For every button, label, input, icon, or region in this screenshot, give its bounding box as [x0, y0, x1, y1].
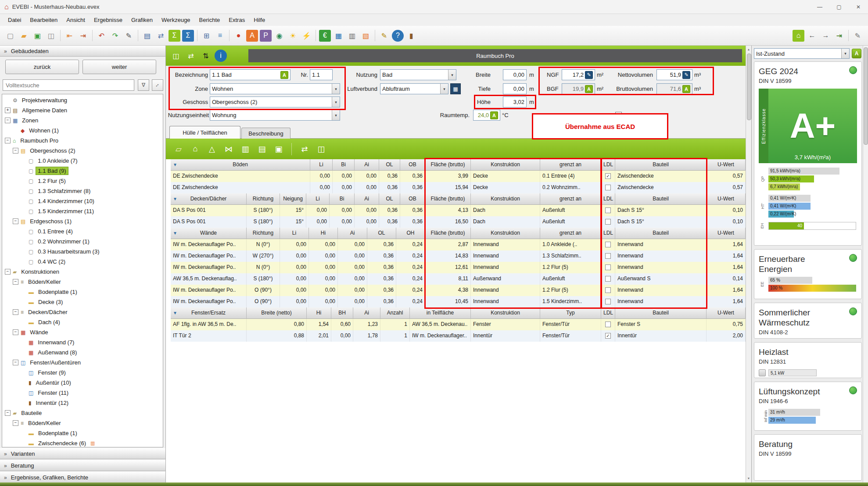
- collapse-icon[interactable]: −: [13, 309, 18, 315]
- search-input[interactable]: [3, 79, 134, 91]
- column-header[interactable]: BH: [331, 307, 353, 319]
- tab-huelle-teilflaechen[interactable]: Hülle / Teilflächen: [169, 126, 240, 139]
- tree-item[interactable]: ▢1.1 Bad (9): [2, 166, 163, 176]
- cell[interactable]: DE Zwischendecke: [171, 171, 310, 182]
- column-header[interactable]: OL: [367, 228, 396, 239]
- cell[interactable]: 0,00: [355, 216, 379, 228]
- section-collapse-icon[interactable]: ▼: [173, 307, 177, 318]
- new-file-icon[interactable]: ▢: [4, 30, 16, 42]
- cell[interactable]: N (0°): [247, 262, 280, 273]
- menu-item-extras[interactable]: Extras: [224, 17, 249, 23]
- cell[interactable]: 0,36: [379, 171, 400, 182]
- scrollbar-thumb[interactable]: [747, 54, 751, 120]
- cell[interactable]: 2,01: [307, 330, 331, 342]
- table-icon[interactable]: ▥: [346, 30, 358, 42]
- cell[interactable]: Innenwand: [471, 296, 540, 307]
- cell[interactable]: 0,57: [707, 182, 746, 193]
- cell[interactable]: 0,36: [367, 296, 396, 307]
- column-header[interactable]: Li: [310, 159, 333, 171]
- cell[interactable]: Innenwand: [471, 285, 540, 296]
- cell[interactable]: 1,78: [353, 330, 380, 342]
- column-header[interactable]: Anzahl: [380, 307, 410, 319]
- auto-badge-icon[interactable]: A: [682, 85, 690, 93]
- column-header[interactable]: OH: [396, 228, 425, 239]
- help-icon[interactable]: ?: [392, 30, 404, 42]
- tree-item[interactable]: −▦Zonen: [2, 115, 163, 125]
- cell[interactable]: 15°: [280, 216, 306, 228]
- filter-button[interactable]: ∇: [138, 79, 149, 91]
- column-header[interactable]: OB: [400, 193, 425, 205]
- tiefe-input[interactable]: 0,00: [503, 83, 527, 94]
- cell[interactable]: 0,24: [396, 262, 425, 273]
- table-row[interactable]: IT Tür 20,882,010,001,781IW m. Deckenauf…: [171, 330, 746, 342]
- panel-scrollbar[interactable]: [863, 46, 868, 482]
- cell[interactable]: 0,10: [707, 216, 746, 228]
- door-icon[interactable]: ▮: [405, 30, 417, 42]
- panel-ergebnisse[interactable]: » Ergebnisse, Grafiken, Berichte: [0, 472, 165, 483]
- globe-icon[interactable]: ◉: [273, 30, 285, 42]
- cell[interactable]: IW m. Deckenauflager Po..: [171, 285, 247, 296]
- ldl-checkbox[interactable]: [605, 276, 611, 282]
- menu-item-werkzeuge[interactable]: Werkzeuge: [157, 17, 195, 23]
- column-header[interactable]: Typ: [540, 307, 601, 319]
- cell[interactable]: IW m. Deckenauflager Po..: [171, 239, 247, 250]
- panel-beratung[interactable]: » Beratung: [0, 460, 165, 471]
- close-button[interactable]: ✕: [849, 0, 868, 14]
- menu-item-bearbeiten[interactable]: Bearbeiten: [25, 17, 62, 23]
- cell[interactable]: Außenwand S: [615, 273, 707, 285]
- column-header[interactable]: grenzt an: [540, 228, 601, 239]
- cell[interactable]: [601, 216, 615, 228]
- cell[interactable]: O (90°): [247, 296, 280, 307]
- column-header[interactable]: grenzt an: [540, 193, 601, 205]
- column-header[interactable]: LDL: [601, 193, 615, 205]
- column-header[interactable]: Bauteil: [615, 228, 707, 239]
- column-header[interactable]: Breite (netto): [247, 307, 307, 319]
- cell[interactable]: 0,24: [396, 250, 425, 262]
- column-header[interactable]: Bi: [333, 159, 355, 171]
- column-header[interactable]: Bauteil: [615, 193, 707, 205]
- cell[interactable]: 0,00: [338, 239, 367, 250]
- cell[interactable]: S (180°): [247, 205, 280, 216]
- column-header[interactable]: U-Wert: [707, 159, 746, 171]
- undo-icon[interactable]: ↶: [96, 30, 108, 42]
- edit-values-icon[interactable]: ✎: [123, 30, 135, 42]
- tree-item[interactable]: ▢0.2 Wohnzimmer (1): [2, 236, 163, 247]
- cell[interactable]: Außenluft: [540, 273, 601, 285]
- section-collapse-icon[interactable]: ▼: [173, 228, 177, 239]
- cell[interactable]: Zwischendecke: [615, 182, 707, 193]
- cell[interactable]: 1.2 Flur (5): [540, 285, 601, 296]
- back-arrow-icon[interactable]: ←: [806, 30, 818, 42]
- document-icon[interactable]: ▤: [141, 30, 153, 42]
- add-teilflaeche-icon[interactable]: ▱: [172, 143, 185, 156]
- column-header[interactable]: Richtung: [247, 228, 280, 239]
- cell[interactable]: 0,00: [355, 205, 379, 216]
- cell[interactable]: 0,00: [280, 262, 309, 273]
- cell[interactable]: [601, 319, 615, 330]
- column-header[interactable]: grenzt an: [540, 159, 601, 171]
- column-header[interactable]: Bauteil: [615, 159, 707, 171]
- menu-item-hilfe[interactable]: Hilfe: [249, 17, 269, 23]
- column-header[interactable]: Fläche (brutto): [425, 228, 471, 239]
- bezeichnung-input[interactable]: 1.1 Bad A: [210, 69, 291, 80]
- cell[interactable]: [601, 182, 615, 193]
- cell[interactable]: 1.0 Ankleide (..: [540, 239, 601, 250]
- column-header[interactable]: Hi: [307, 307, 331, 319]
- cell[interactable]: Dach S 15°: [615, 216, 707, 228]
- collapse-icon[interactable]: −: [13, 279, 18, 285]
- import-icon[interactable]: ⇤: [64, 30, 75, 42]
- save-icon[interactable]: ▣: [32, 30, 43, 42]
- cell[interactable]: 0,14: [707, 273, 746, 285]
- calculator-icon[interactable]: ▦: [333, 30, 344, 42]
- collapse-icon[interactable]: −: [13, 360, 18, 365]
- column-header[interactable]: Konstruktion: [471, 307, 540, 319]
- cell[interactable]: IW m. Deckenauflager Po..: [171, 262, 247, 273]
- tree-item[interactable]: −▰Konstruktionen: [2, 267, 163, 277]
- tree-item[interactable]: ▬Bodenplatte (1): [2, 428, 163, 438]
- cell[interactable]: IW m. Deckenauflager Po..: [171, 250, 247, 262]
- cell[interactable]: 0,75: [707, 319, 746, 330]
- cell[interactable]: [601, 273, 615, 285]
- collapse-icon[interactable]: −: [5, 269, 11, 275]
- tree-item[interactable]: −≡Böden/Keller: [2, 277, 163, 287]
- tree-item[interactable]: ▢1.5 Kinderzimmer (11): [2, 206, 163, 216]
- cell[interactable]: 0,00: [333, 171, 355, 182]
